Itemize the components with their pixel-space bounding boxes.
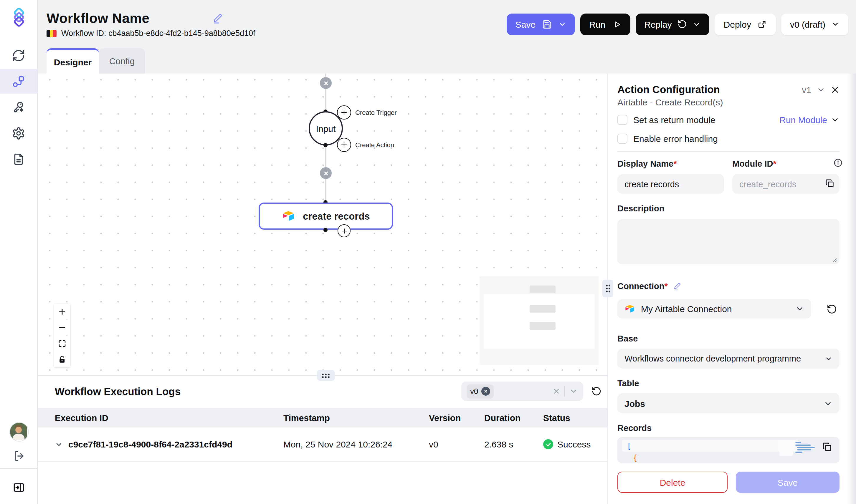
module-version: v1 [802, 85, 811, 94]
chevron-down-icon [693, 20, 701, 28]
zoom-out-button[interactable] [54, 320, 70, 335]
secrets-key-icon[interactable] [0, 95, 37, 120]
action-configuration-panel: Action Configuration v1 Airtable - Creat… [608, 74, 856, 504]
chevron-down-icon [831, 20, 839, 28]
code-line-2: { [617, 453, 637, 462]
sync-icon[interactable] [0, 43, 37, 68]
avatar[interactable] [10, 422, 29, 442]
deploy-button[interactable]: Deploy [715, 13, 776, 35]
horizontal-resize-handle[interactable] [317, 370, 335, 381]
floppy-save-icon [542, 19, 552, 29]
settings-gear-icon[interactable] [0, 121, 37, 145]
clear-filter-icon[interactable] [553, 388, 560, 395]
base-select[interactable]: Workflows connector development programm… [617, 348, 839, 368]
logs-table-header: Execution ID Timestamp Version Duration … [37, 408, 607, 428]
base-label: Base [617, 334, 839, 343]
belgium-flag-icon [47, 30, 56, 37]
module-id-input[interactable] [732, 174, 839, 194]
chevron-down-icon [824, 399, 833, 408]
app-logo-icon [8, 7, 29, 27]
set-return-checkbox[interactable] [617, 114, 627, 125]
canvas-minimap[interactable] [480, 277, 598, 364]
logout-icon[interactable] [8, 445, 30, 466]
copy-records-icon[interactable] [822, 442, 833, 452]
col-timestamp: Timestamp [283, 413, 429, 423]
panel-divider [617, 151, 839, 152]
close-panel-icon[interactable] [831, 85, 839, 94]
resize-handle-icon[interactable] [831, 257, 837, 263]
table-select[interactable]: Jobs [617, 393, 839, 413]
duration-value: 2.638 s [484, 439, 543, 449]
document-icon[interactable] [0, 147, 37, 171]
chevron-down-icon[interactable] [569, 387, 578, 396]
refresh-connection-icon[interactable] [826, 304, 837, 314]
table-row[interactable]: c9ce7f81-19c8-4900-8f64-2a2331cfd49d Mon… [37, 428, 607, 462]
display-name-label: Display Name* [617, 159, 724, 168]
zoom-in-button[interactable] [54, 304, 70, 319]
editor-minimap [780, 440, 815, 461]
filter-separator [564, 386, 565, 397]
add-next-action-button[interactable] [337, 224, 351, 237]
lock-canvas-button[interactable] [54, 352, 70, 367]
workflow-canvas[interactable]: Input Create Trigger Create Action creat… [37, 74, 607, 375]
chevron-down-icon [831, 115, 839, 124]
module-id-label: Module ID* [732, 159, 839, 168]
execution-id-value: c9ce7f81-19c8-4900-8f64-2a2331cfd49d [68, 439, 232, 449]
col-status: Status [543, 413, 607, 423]
minimap-node [530, 322, 556, 330]
records-code-editor[interactable]: [ { [617, 437, 839, 463]
col-execution-id: Execution ID [55, 413, 283, 423]
save-button[interactable]: Save [507, 13, 575, 35]
filter-chip: v0 [467, 384, 493, 398]
chevron-down-icon [559, 20, 566, 28]
version-label: v0 (draft) [790, 19, 825, 29]
create-action-button[interactable] [337, 138, 351, 152]
deploy-export-icon [757, 19, 767, 29]
panel-subtitle: Airtable - Create Record(s) [617, 97, 839, 110]
action-node-create-records[interactable]: create records [259, 202, 393, 230]
remove-edge-top-icon[interactable] [320, 77, 332, 89]
tab-designer[interactable]: Designer [47, 48, 99, 74]
remove-chip-icon[interactable] [481, 387, 490, 396]
edit-title-icon[interactable] [212, 13, 223, 24]
expand-panel-icon[interactable] [8, 477, 30, 498]
tab-config[interactable]: Config [99, 48, 145, 74]
input-node[interactable]: Input [309, 111, 343, 145]
run-button[interactable]: Run [580, 13, 630, 35]
refresh-logs-icon[interactable] [592, 386, 601, 396]
create-action-label: Create Action [355, 141, 394, 148]
minimap-node [530, 305, 556, 313]
expand-row-icon[interactable] [55, 440, 63, 448]
action-node-label: create records [303, 211, 370, 222]
vertical-resize-handle[interactable] [602, 280, 613, 297]
remove-edge-mid-icon[interactable] [320, 167, 332, 179]
version-dropdown[interactable]: v0 (draft) [781, 13, 848, 35]
replay-label: Replay [644, 19, 671, 29]
table-value: Jobs [625, 398, 645, 408]
status-label: Success [557, 439, 591, 449]
play-icon [612, 20, 621, 29]
info-icon[interactable] [833, 158, 843, 168]
connection-select[interactable]: My Airtable Connection [617, 299, 811, 319]
error-handling-label: Enable error handling [633, 133, 718, 143]
create-trigger-button[interactable] [337, 105, 351, 120]
base-value: Workflows connector development programm… [625, 354, 801, 363]
edit-connection-icon[interactable] [673, 282, 682, 291]
canvas-controls [54, 304, 70, 367]
fit-view-button[interactable] [54, 336, 70, 351]
replay-button[interactable]: Replay [635, 13, 709, 35]
sidebar-item-workflows[interactable] [0, 69, 37, 94]
run-module-button[interactable]: Run Module [780, 114, 839, 125]
error-handling-checkbox[interactable] [617, 133, 627, 143]
input-node-port-bottom[interactable] [324, 143, 328, 147]
display-name-input[interactable] [617, 174, 724, 194]
delete-button[interactable]: Delete [617, 472, 728, 493]
panel-save-button[interactable]: Save [736, 472, 839, 493]
chevron-down-icon[interactable] [817, 85, 825, 94]
copy-module-id-icon[interactable] [825, 178, 835, 188]
action-node-port-bottom[interactable] [324, 228, 328, 232]
deploy-label: Deploy [724, 19, 751, 29]
chevron-down-icon [825, 355, 833, 362]
description-textarea[interactable] [617, 219, 839, 264]
version-filter-select[interactable]: v0 [461, 381, 583, 401]
